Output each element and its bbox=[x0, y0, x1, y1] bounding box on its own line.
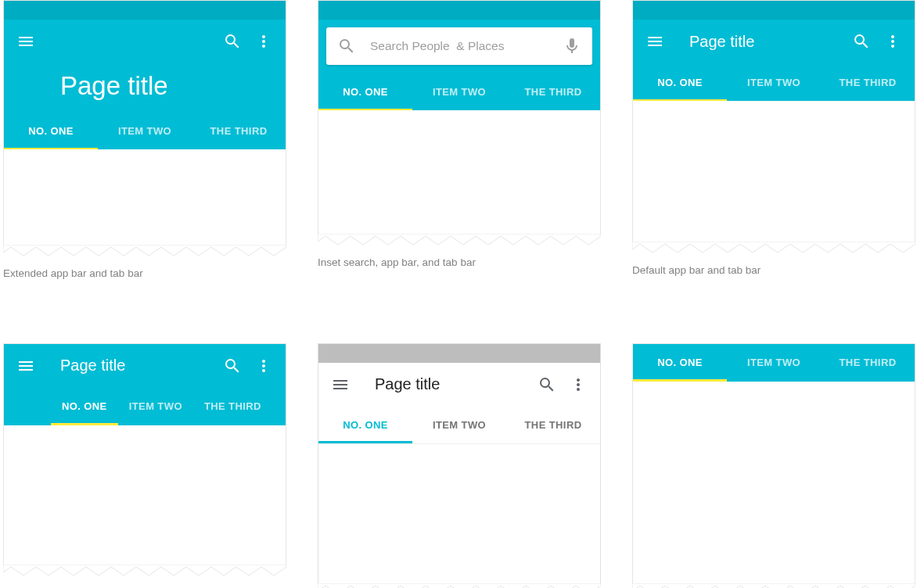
content-area bbox=[318, 444, 600, 583]
more-vert-icon[interactable] bbox=[254, 32, 273, 51]
device-frame: Page title NO. ONE ITEM TWO THE THIRD bbox=[632, 0, 915, 242]
tab-bar-locked: NO. ONE ITEM TWO THE THIRD bbox=[633, 344, 915, 382]
example-caption: Inset search, app bar, and tab bar bbox=[318, 256, 601, 270]
example-light-theme: Page title NO. ONE ITEM TWO THE THIRD Te… bbox=[318, 343, 601, 588]
tab-one[interactable]: NO. ONE bbox=[633, 344, 727, 382]
page-title: Page title bbox=[375, 375, 525, 393]
device-frame: Page title NO. ONE ITEM TWO THE THIRD bbox=[3, 0, 286, 245]
status-bar bbox=[4, 1, 286, 20]
tab-one[interactable]: NO. ONE bbox=[318, 407, 412, 443]
content-area bbox=[4, 149, 286, 245]
app-bar: Page title bbox=[318, 363, 600, 407]
example-default-appbar: Page title NO. ONE ITEM TWO THE THIRD De… bbox=[632, 0, 915, 281]
more-vert-icon[interactable] bbox=[883, 32, 902, 51]
status-bar bbox=[318, 1, 600, 20]
tab-two[interactable]: ITEM TWO bbox=[118, 388, 193, 425]
tab-two[interactable]: ITEM TWO bbox=[727, 63, 821, 101]
search-icon[interactable] bbox=[223, 357, 242, 375]
tab-one[interactable]: NO. ONE bbox=[318, 73, 412, 110]
tab-bar: NO. ONE ITEM TWO THE THIRD bbox=[633, 344, 915, 382]
menu-icon[interactable] bbox=[16, 357, 35, 375]
tab-three[interactable]: THE THIRD bbox=[821, 63, 915, 101]
more-vert-icon[interactable] bbox=[569, 375, 588, 394]
page-title: Page title bbox=[60, 357, 210, 375]
search-box[interactable] bbox=[326, 27, 592, 65]
tab-three[interactable]: THE THIRD bbox=[506, 73, 600, 110]
app-bar: Page title NO. ONE ITEM TWO THE THIRD bbox=[4, 344, 286, 425]
tab-two[interactable]: ITEM TWO bbox=[412, 73, 506, 110]
tab-two[interactable]: ITEM TWO bbox=[98, 112, 192, 149]
menu-icon[interactable] bbox=[645, 32, 664, 51]
example-caption: Extended app bar and tab bar bbox=[3, 267, 286, 281]
tab-three[interactable]: THE THIRD bbox=[821, 344, 915, 382]
app-bar: NO. ONE ITEM TWO THE THIRD bbox=[318, 20, 600, 110]
content-area bbox=[4, 425, 286, 565]
example-locked-tabs: NO. ONE ITEM TWO THE THIRD Tab bar locke… bbox=[632, 343, 915, 588]
device-frame: Page title NO. ONE ITEM TWO THE THIRD bbox=[3, 343, 286, 565]
search-icon[interactable] bbox=[538, 375, 556, 394]
app-bar: Page title NO. ONE ITEM TWO THE THIRD bbox=[633, 20, 915, 101]
tab-one[interactable]: NO. ONE bbox=[51, 388, 118, 425]
page-title: Page title bbox=[4, 63, 286, 112]
tab-one[interactable]: NO. ONE bbox=[4, 112, 98, 149]
mic-icon[interactable] bbox=[563, 37, 581, 56]
example-extended-appbar: Page title NO. ONE ITEM TWO THE THIRD Ex… bbox=[3, 0, 286, 281]
example-scrollable-tabs: Page title NO. ONE ITEM TWO THE THIRD De… bbox=[3, 343, 286, 588]
tab-two[interactable]: ITEM TWO bbox=[412, 407, 506, 443]
status-bar bbox=[318, 344, 600, 363]
tab-bar: NO. ONE ITEM TWO THE THIRD bbox=[318, 73, 600, 110]
example-inset-search: NO. ONE ITEM TWO THE THIRD Inset search,… bbox=[318, 0, 601, 281]
menu-icon[interactable] bbox=[331, 375, 350, 394]
menu-icon[interactable] bbox=[16, 32, 35, 51]
search-input[interactable] bbox=[370, 39, 548, 53]
tab-two[interactable]: ITEM TWO bbox=[727, 344, 821, 382]
tab-three[interactable]: THE THIRD bbox=[192, 112, 286, 149]
content-area bbox=[633, 101, 915, 242]
status-bar bbox=[633, 1, 915, 20]
example-caption: Default app bar and tab bar bbox=[632, 264, 915, 278]
device-frame: NO. ONE ITEM TWO THE THIRD bbox=[318, 0, 601, 234]
tab-three[interactable]: THE THIRD bbox=[193, 388, 272, 425]
tab-three[interactable]: THE THIRD bbox=[506, 407, 600, 443]
content-area bbox=[633, 382, 915, 583]
extended-app-bar: Page title NO. ONE ITEM TWO THE THIRD bbox=[4, 20, 286, 149]
tab-bar: NO. ONE ITEM TWO THE THIRD bbox=[633, 63, 915, 101]
page-title: Page title bbox=[689, 33, 840, 51]
tab-bar-scrollable[interactable]: NO. ONE ITEM TWO THE THIRD bbox=[4, 388, 286, 425]
tab-bar: NO. ONE ITEM TWO THE THIRD bbox=[318, 407, 600, 444]
tab-bar: NO. ONE ITEM TWO THE THIRD bbox=[4, 112, 286, 149]
search-icon[interactable] bbox=[852, 32, 871, 51]
search-icon bbox=[337, 37, 356, 56]
device-frame: NO. ONE ITEM TWO THE THIRD bbox=[632, 343, 915, 583]
device-frame: Page title NO. ONE ITEM TWO THE THIRD bbox=[318, 343, 601, 583]
tab-one[interactable]: NO. ONE bbox=[633, 63, 727, 101]
search-icon[interactable] bbox=[223, 32, 242, 51]
content-area bbox=[318, 110, 600, 234]
more-vert-icon[interactable] bbox=[254, 357, 273, 375]
